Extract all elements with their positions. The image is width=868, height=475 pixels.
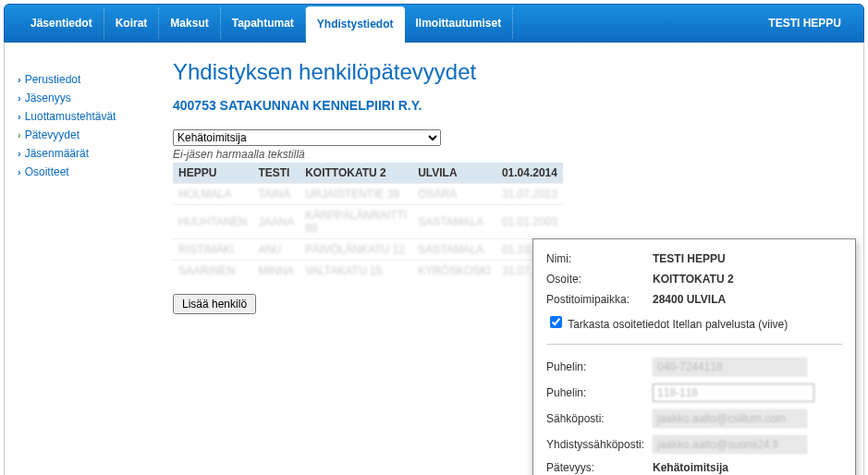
tab-maksut[interactable]: Maksut — [159, 7, 220, 39]
table-cell: KYRÖSKOSKI — [412, 261, 496, 282]
role-select[interactable]: Kehätoimitsija — [173, 129, 441, 146]
table-cell: SASTAMALA — [412, 239, 496, 261]
table-cell: MINNA — [252, 261, 300, 282]
sidebar-item-perustiedot[interactable]: ›Perustiedot — [18, 70, 156, 89]
sidebar-item-jasenmaarat[interactable]: ›Jäsenmäärät — [18, 144, 156, 163]
label-nimi: Nimi: — [546, 252, 653, 265]
chevron-right-icon: › — [18, 166, 21, 177]
top-nav: Jäsentiedot Koirat Maksut Tapahtumat Yhd… — [4, 4, 864, 43]
col-city: ULVILA — [412, 163, 496, 184]
value-email[interactable]: jaakko.aalto@csillum.com — [653, 409, 807, 428]
value-puh1[interactable]: 040-7244118 — [653, 358, 807, 376]
table-row[interactable]: RISTIMÄKIANUPÄIVÖLÄNKATU 12SASTAMALA01.1… — [173, 239, 563, 261]
label-puh1: Puhelin: — [546, 360, 653, 373]
table-cell: RISTIMÄKI — [173, 239, 252, 261]
label-osoite: Osoite: — [546, 273, 653, 286]
table-cell: PÄIVÖLÄNKATU 12 — [300, 239, 412, 261]
table-cell: SASTAMALA — [412, 205, 496, 239]
table-cell: VALTAKATU 15 — [300, 261, 412, 282]
tab-jasentiedot[interactable]: Jäsentiedot — [19, 7, 104, 39]
value-osoite: KOITTOKATU 2 — [653, 273, 842, 286]
tab-ilmoittautumiset[interactable]: Ilmoittautumiset — [405, 7, 514, 39]
table-cell: HUUHTANEN — [173, 205, 252, 239]
sidebar-item-label: Luottamustehtävät — [25, 110, 116, 123]
table-row[interactable]: SAARINENMINNAVALTAKATU 15KYRÖSKOSKI31.07… — [173, 261, 563, 282]
label-yemail: Yhdistyssähköposti: — [546, 438, 653, 451]
col-date: 01.04.2014 — [496, 163, 563, 184]
tab-yhdistystiedot[interactable]: Yhdistystiedot — [306, 6, 405, 43]
value-nimi: TESTI HEPPU — [653, 252, 842, 265]
value-patevyys: Kehätoimitsija — [653, 461, 842, 474]
sidebar-item-label: Perustiedot — [25, 73, 81, 86]
table-header-row[interactable]: HEPPU TESTI KOITTOKATU 2 ULVILA 01.04.20… — [173, 163, 563, 184]
chevron-right-icon: › — [18, 148, 21, 159]
value-ptp: 28400 ULVILA — [653, 293, 842, 306]
chevron-right-icon: › — [18, 129, 21, 140]
label-email: Sähköposti: — [546, 412, 653, 425]
page-title: Yhdistyksen henkilöpätevyydet — [173, 59, 854, 85]
table-cell: URJAISTENTIE 39 — [300, 184, 412, 205]
sidebar-item-patevyydet[interactable]: ›Pätevyydet — [18, 126, 156, 144]
table-cell: SAARINEN — [173, 261, 252, 282]
table-cell: 31.07.2013 — [496, 184, 563, 205]
sidebar-item-label: Osoitteet — [25, 165, 69, 178]
sidebar-item-label: Pätevyydet — [25, 128, 79, 141]
col-firstname: TESTI — [252, 163, 300, 184]
table-row[interactable]: HOLMALATAINAURJAISTENTIE 39OSARA31.07.20… — [173, 184, 563, 205]
chevron-right-icon: › — [18, 111, 21, 122]
tab-koirat[interactable]: Koirat — [104, 7, 160, 39]
add-person-button[interactable]: Lisää henkilö — [173, 294, 256, 314]
detail-panel: Nimi:TESTI HEPPU Osoite:KOITTOKATU 2 Pos… — [532, 238, 856, 475]
table-cell: JAANA — [252, 205, 300, 239]
chevron-right-icon: › — [18, 74, 21, 85]
legend-note: Ei-jäsen harmaalla tekstillä — [173, 148, 854, 161]
label-ptp: Postitoimipaikka: — [546, 293, 653, 306]
tab-tapahtumat[interactable]: Tapahtumat — [221, 7, 306, 39]
chevron-right-icon: › — [18, 92, 21, 104]
label-patevyys: Pätevyys: — [546, 461, 653, 474]
sidebar-item-label: Jäsenmäärät — [25, 147, 89, 160]
value-yemail[interactable]: jaakko.aalto@suomi24.fi — [653, 435, 807, 454]
input-puh2[interactable] — [653, 384, 814, 402]
label-puh2: Puhelin: — [546, 386, 653, 399]
table-cell: ANU — [252, 239, 300, 261]
sidebar: ›Perustiedot ›Jäsenyys ›Luottamustehtävä… — [5, 43, 164, 475]
page-subtitle: 400753 SATAKUNNAN KENNELPIIRI R.Y. — [173, 98, 854, 113]
check-itella-box[interactable] — [550, 316, 562, 328]
table-row[interactable]: HUUHTANENJAANAKÄRPPÄLÄNRAITTI 89SASTAMAL… — [173, 205, 563, 239]
sidebar-item-luottamustehtavat[interactable]: ›Luottamustehtävät — [18, 107, 156, 126]
table-cell: 01.01.2003 — [496, 205, 563, 239]
sidebar-item-label: Jäsenyys — [25, 91, 71, 104]
col-lastname: HEPPU — [173, 163, 252, 184]
table-cell: HOLMALA — [173, 184, 252, 205]
table-cell: TAINA — [252, 184, 300, 205]
table-cell: OSARA — [412, 184, 496, 205]
check-itella[interactable]: Tarkasta osoitetiedot Itellan palvelusta… — [546, 318, 788, 331]
col-address: KOITTOKATU 2 — [300, 163, 412, 184]
check-itella-label: Tarkasta osoitetiedot Itellan palvelusta… — [568, 318, 788, 331]
table-cell: KÄRPPÄLÄNRAITTI 89 — [300, 205, 412, 239]
current-user: TESTI HEPPU — [768, 17, 849, 30]
sidebar-item-jasenyys[interactable]: ›Jäsenyys — [18, 89, 156, 107]
sidebar-item-osoitteet[interactable]: ›Osoitteet — [18, 163, 156, 181]
members-table: HEPPU TESTI KOITTOKATU 2 ULVILA 01.04.20… — [173, 163, 563, 281]
